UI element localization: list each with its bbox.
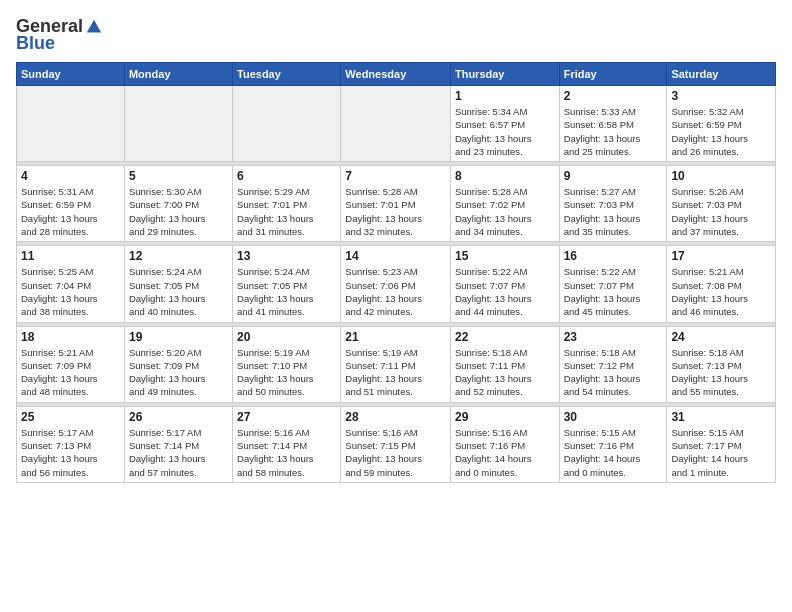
- calendar-cell: 16Sunrise: 5:22 AMSunset: 7:07 PMDayligh…: [559, 246, 667, 322]
- day-number: 13: [237, 249, 336, 263]
- day-info: Sunrise: 5:21 AMSunset: 7:08 PMDaylight:…: [671, 265, 771, 318]
- weekday-header-cell: Thursday: [450, 63, 559, 86]
- day-info: Sunrise: 5:29 AMSunset: 7:01 PMDaylight:…: [237, 185, 336, 238]
- calendar-cell: 5Sunrise: 5:30 AMSunset: 7:00 PMDaylight…: [124, 166, 232, 242]
- day-info: Sunrise: 5:24 AMSunset: 7:05 PMDaylight:…: [237, 265, 336, 318]
- weekday-header-cell: Tuesday: [233, 63, 341, 86]
- day-number: 29: [455, 410, 555, 424]
- day-info: Sunrise: 5:18 AMSunset: 7:11 PMDaylight:…: [455, 346, 555, 399]
- calendar-cell: [341, 86, 451, 162]
- day-info: Sunrise: 5:25 AMSunset: 7:04 PMDaylight:…: [21, 265, 120, 318]
- day-number: 31: [671, 410, 771, 424]
- weekday-header-cell: Saturday: [667, 63, 776, 86]
- day-info: Sunrise: 5:16 AMSunset: 7:15 PMDaylight:…: [345, 426, 446, 479]
- calendar-cell: 8Sunrise: 5:28 AMSunset: 7:02 PMDaylight…: [450, 166, 559, 242]
- calendar-cell: 4Sunrise: 5:31 AMSunset: 6:59 PMDaylight…: [17, 166, 125, 242]
- day-info: Sunrise: 5:34 AMSunset: 6:57 PMDaylight:…: [455, 105, 555, 158]
- day-number: 15: [455, 249, 555, 263]
- calendar-cell: [124, 86, 232, 162]
- day-info: Sunrise: 5:17 AMSunset: 7:14 PMDaylight:…: [129, 426, 228, 479]
- day-info: Sunrise: 5:17 AMSunset: 7:13 PMDaylight:…: [21, 426, 120, 479]
- calendar-cell: 10Sunrise: 5:26 AMSunset: 7:03 PMDayligh…: [667, 166, 776, 242]
- weekday-header-cell: Friday: [559, 63, 667, 86]
- calendar-body: 1Sunrise: 5:34 AMSunset: 6:57 PMDaylight…: [17, 86, 776, 483]
- day-info: Sunrise: 5:27 AMSunset: 7:03 PMDaylight:…: [564, 185, 663, 238]
- day-number: 25: [21, 410, 120, 424]
- day-info: Sunrise: 5:26 AMSunset: 7:03 PMDaylight:…: [671, 185, 771, 238]
- day-info: Sunrise: 5:31 AMSunset: 6:59 PMDaylight:…: [21, 185, 120, 238]
- day-info: Sunrise: 5:28 AMSunset: 7:02 PMDaylight:…: [455, 185, 555, 238]
- day-number: 20: [237, 330, 336, 344]
- day-number: 9: [564, 169, 663, 183]
- calendar-cell: 22Sunrise: 5:18 AMSunset: 7:11 PMDayligh…: [450, 326, 559, 402]
- day-info: Sunrise: 5:18 AMSunset: 7:12 PMDaylight:…: [564, 346, 663, 399]
- day-number: 28: [345, 410, 446, 424]
- day-number: 10: [671, 169, 771, 183]
- day-number: 21: [345, 330, 446, 344]
- calendar-week-row: 18Sunrise: 5:21 AMSunset: 7:09 PMDayligh…: [17, 326, 776, 402]
- day-number: 27: [237, 410, 336, 424]
- calendar-cell: 26Sunrise: 5:17 AMSunset: 7:14 PMDayligh…: [124, 406, 232, 482]
- day-number: 26: [129, 410, 228, 424]
- calendar-cell: 11Sunrise: 5:25 AMSunset: 7:04 PMDayligh…: [17, 246, 125, 322]
- day-number: 6: [237, 169, 336, 183]
- svg-marker-0: [87, 19, 101, 32]
- day-info: Sunrise: 5:23 AMSunset: 7:06 PMDaylight:…: [345, 265, 446, 318]
- calendar-cell: 29Sunrise: 5:16 AMSunset: 7:16 PMDayligh…: [450, 406, 559, 482]
- day-info: Sunrise: 5:30 AMSunset: 7:00 PMDaylight:…: [129, 185, 228, 238]
- calendar-table: SundayMondayTuesdayWednesdayThursdayFrid…: [16, 62, 776, 483]
- calendar-cell: 9Sunrise: 5:27 AMSunset: 7:03 PMDaylight…: [559, 166, 667, 242]
- weekday-header-row: SundayMondayTuesdayWednesdayThursdayFrid…: [17, 63, 776, 86]
- day-info: Sunrise: 5:16 AMSunset: 7:16 PMDaylight:…: [455, 426, 555, 479]
- day-number: 22: [455, 330, 555, 344]
- day-number: 18: [21, 330, 120, 344]
- day-number: 5: [129, 169, 228, 183]
- day-number: 8: [455, 169, 555, 183]
- day-info: Sunrise: 5:16 AMSunset: 7:14 PMDaylight:…: [237, 426, 336, 479]
- calendar-week-row: 25Sunrise: 5:17 AMSunset: 7:13 PMDayligh…: [17, 406, 776, 482]
- calendar-cell: 15Sunrise: 5:22 AMSunset: 7:07 PMDayligh…: [450, 246, 559, 322]
- calendar-cell: 13Sunrise: 5:24 AMSunset: 7:05 PMDayligh…: [233, 246, 341, 322]
- calendar-cell: [17, 86, 125, 162]
- calendar-cell: 14Sunrise: 5:23 AMSunset: 7:06 PMDayligh…: [341, 246, 451, 322]
- day-number: 17: [671, 249, 771, 263]
- calendar-cell: 30Sunrise: 5:15 AMSunset: 7:16 PMDayligh…: [559, 406, 667, 482]
- day-info: Sunrise: 5:33 AMSunset: 6:58 PMDaylight:…: [564, 105, 663, 158]
- day-number: 7: [345, 169, 446, 183]
- calendar-cell: 28Sunrise: 5:16 AMSunset: 7:15 PMDayligh…: [341, 406, 451, 482]
- day-info: Sunrise: 5:19 AMSunset: 7:11 PMDaylight:…: [345, 346, 446, 399]
- day-number: 4: [21, 169, 120, 183]
- calendar-cell: 6Sunrise: 5:29 AMSunset: 7:01 PMDaylight…: [233, 166, 341, 242]
- calendar-cell: [233, 86, 341, 162]
- calendar-cell: 23Sunrise: 5:18 AMSunset: 7:12 PMDayligh…: [559, 326, 667, 402]
- day-info: Sunrise: 5:32 AMSunset: 6:59 PMDaylight:…: [671, 105, 771, 158]
- calendar-cell: 1Sunrise: 5:34 AMSunset: 6:57 PMDaylight…: [450, 86, 559, 162]
- weekday-header-cell: Sunday: [17, 63, 125, 86]
- day-info: Sunrise: 5:22 AMSunset: 7:07 PMDaylight:…: [564, 265, 663, 318]
- day-number: 24: [671, 330, 771, 344]
- logo: General Blue: [16, 16, 103, 54]
- calendar-cell: 7Sunrise: 5:28 AMSunset: 7:01 PMDaylight…: [341, 166, 451, 242]
- calendar-cell: 17Sunrise: 5:21 AMSunset: 7:08 PMDayligh…: [667, 246, 776, 322]
- day-number: 16: [564, 249, 663, 263]
- calendar-cell: 12Sunrise: 5:24 AMSunset: 7:05 PMDayligh…: [124, 246, 232, 322]
- day-info: Sunrise: 5:18 AMSunset: 7:13 PMDaylight:…: [671, 346, 771, 399]
- day-info: Sunrise: 5:21 AMSunset: 7:09 PMDaylight:…: [21, 346, 120, 399]
- calendar-cell: 24Sunrise: 5:18 AMSunset: 7:13 PMDayligh…: [667, 326, 776, 402]
- day-info: Sunrise: 5:28 AMSunset: 7:01 PMDaylight:…: [345, 185, 446, 238]
- page-header: General Blue: [16, 16, 776, 54]
- calendar-cell: 3Sunrise: 5:32 AMSunset: 6:59 PMDaylight…: [667, 86, 776, 162]
- calendar-cell: 18Sunrise: 5:21 AMSunset: 7:09 PMDayligh…: [17, 326, 125, 402]
- calendar-cell: 25Sunrise: 5:17 AMSunset: 7:13 PMDayligh…: [17, 406, 125, 482]
- day-number: 2: [564, 89, 663, 103]
- day-number: 1: [455, 89, 555, 103]
- day-number: 3: [671, 89, 771, 103]
- calendar-cell: 2Sunrise: 5:33 AMSunset: 6:58 PMDaylight…: [559, 86, 667, 162]
- calendar-week-row: 1Sunrise: 5:34 AMSunset: 6:57 PMDaylight…: [17, 86, 776, 162]
- day-info: Sunrise: 5:20 AMSunset: 7:09 PMDaylight:…: [129, 346, 228, 399]
- calendar-week-row: 11Sunrise: 5:25 AMSunset: 7:04 PMDayligh…: [17, 246, 776, 322]
- day-number: 19: [129, 330, 228, 344]
- day-info: Sunrise: 5:22 AMSunset: 7:07 PMDaylight:…: [455, 265, 555, 318]
- calendar-cell: 27Sunrise: 5:16 AMSunset: 7:14 PMDayligh…: [233, 406, 341, 482]
- calendar-cell: 31Sunrise: 5:15 AMSunset: 7:17 PMDayligh…: [667, 406, 776, 482]
